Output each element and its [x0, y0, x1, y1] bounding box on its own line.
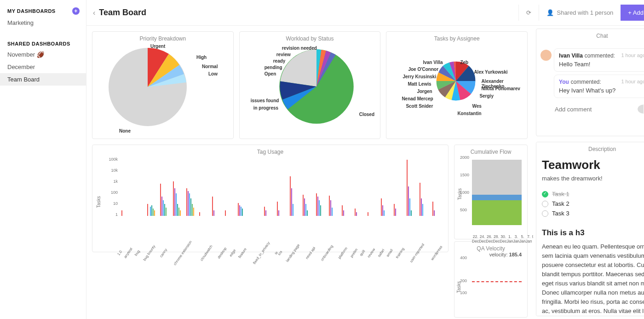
- desc-heading: Teamwork: [542, 158, 644, 172]
- sidebar-item-december[interactable]: December: [0, 61, 86, 73]
- my-dashboards-label: MY DASHBOARDS: [7, 8, 56, 14]
- desc-h3: This is a h3: [542, 228, 644, 238]
- cf-title: Cumulative Flow: [454, 145, 527, 156]
- cf-chart: Tasks 2000 1500 1000 500 22.Dec24.Dec26.…: [454, 156, 527, 239]
- chat-input[interactable]: [555, 106, 634, 113]
- person-icon: 👤: [546, 9, 554, 16]
- refresh-button[interactable]: ⟳: [518, 5, 539, 21]
- sidebar-item-marketing[interactable]: Marketing: [0, 17, 86, 29]
- checkbox-icon[interactable]: [542, 191, 548, 197]
- checkbox-icon[interactable]: [542, 201, 548, 207]
- shared-dashboards-label: SHARED DASHBOARDS: [7, 41, 70, 46]
- panel-description[interactable]: Description Teamwork makes the dreamwork…: [536, 142, 644, 316]
- panel-tasks-assignee[interactable]: Tasks by Assignee: [386, 31, 528, 139]
- desc-sub: makes the dreamwork!: [542, 175, 644, 182]
- sidebar: MY DASHBOARDS + Marketing SHARED DASHBOA…: [0, 0, 86, 319]
- tag-xlabels: 1.0anytestbugbug bountycannychrome exten…: [92, 248, 448, 276]
- chat-message: Youcommented:1 hour ago Hey Ivan! What's…: [554, 75, 644, 98]
- task-row[interactable]: Task 2: [542, 199, 644, 209]
- add-widget-button[interactable]: + Add Widget: [621, 5, 644, 21]
- desc-paragraph: Aenean eu leo quam. Pellentesque ornare …: [542, 242, 644, 316]
- sidebar-item-november[interactable]: November 🏈: [0, 48, 86, 61]
- sidebar-item-team-board[interactable]: Team Board: [0, 73, 86, 86]
- page-title: Team Board: [99, 8, 146, 17]
- shared-with-label: Shared with 1 person: [557, 9, 613, 16]
- checkbox-icon[interactable]: [542, 210, 548, 217]
- dashboard-area: Priority Breakdown Urgent High Normal Lo: [86, 26, 533, 319]
- tag-title: Tag Usage: [92, 145, 448, 156]
- refresh-icon: ⟳: [526, 9, 531, 16]
- shared-with-button[interactable]: 👤 Shared with 1 person: [539, 5, 621, 21]
- desc-title: Description: [536, 142, 644, 153]
- panel-chat[interactable]: Chat 2 Ivan Villacommented:1 hour ago He…: [536, 29, 644, 136]
- workload-title: Workload by Status: [240, 32, 380, 43]
- main: ‹ Team Board ⟳ 👤 Shared with 1 person + …: [86, 0, 644, 319]
- assignee-title: Tasks by Assignee: [386, 32, 527, 43]
- right-column: Chat 2 Ivan Villacommented:1 hour ago He…: [533, 26, 644, 319]
- chat-title: Chat: [550, 29, 644, 40]
- panel-cumulative-flow[interactable]: Cumulative Flow Tasks 2000 1500 1000 500…: [454, 145, 528, 239]
- my-dashboards-header: MY DASHBOARDS +: [0, 6, 86, 17]
- send-icon[interactable]: [638, 104, 644, 114]
- topbar: ‹ Team Board ⟳ 👤 Shared with 1 person + …: [86, 0, 644, 26]
- tag-yaxis: 100k10k1k100101: [103, 157, 120, 217]
- task-row[interactable]: Task 3: [542, 209, 644, 218]
- priority-pie: [102, 41, 194, 133]
- add-dashboard-button[interactable]: +: [72, 7, 80, 15]
- qa-body: velocity: 185.4 Tasks 400 200 100: [454, 253, 527, 317]
- panel-priority-breakdown[interactable]: Priority Breakdown Urgent High Normal Lo: [92, 31, 234, 139]
- avatar: [540, 50, 552, 61]
- panel-workload-status[interactable]: Workload by Status revision nee: [239, 31, 381, 139]
- tag-bars: [120, 156, 448, 216]
- tag-ylabel: Tasks: [96, 196, 101, 208]
- task-row[interactable]: Task 1: [542, 189, 644, 199]
- panel-tag-usage[interactable]: Tag Usage Tasks 100k10k1k100101 1.0anyte…: [92, 145, 448, 252]
- panel-qa-velocity[interactable]: QA Velocity velocity: 185.4 Tasks 400 20…: [454, 241, 528, 318]
- back-button[interactable]: ‹: [91, 9, 97, 17]
- chat-message: Ivan Villacommented:1 hour ago Hello Tea…: [554, 48, 644, 72]
- assignee-pie: [434, 59, 477, 103]
- shared-dashboards-header: SHARED DASHBOARDS: [0, 39, 86, 48]
